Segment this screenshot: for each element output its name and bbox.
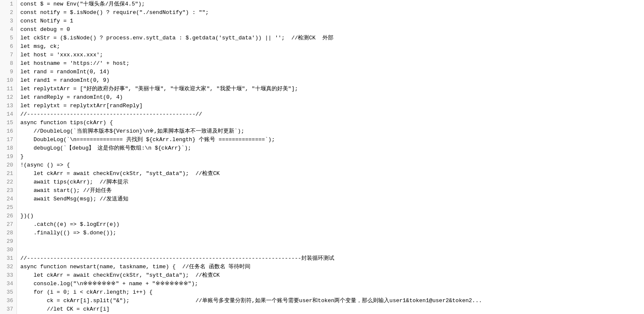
line-number: 30 — [0, 246, 17, 254]
code-line: //DoubleLog(`当前脚本版本${Version}\n※,如果脚本版本不… — [17, 127, 644, 136]
line-number: 22 — [0, 178, 17, 186]
line-number: 8 — [0, 59, 17, 68]
code-line: const notify = $.isNode() ? require("./s… — [17, 8, 644, 17]
code-line: //--------------------------------------… — [17, 254, 644, 263]
code-line — [17, 246, 644, 254]
line-number: 32 — [0, 263, 17, 271]
line-number: 19 — [0, 153, 17, 161]
line-number: 29 — [0, 237, 17, 246]
line-number: 10 — [0, 76, 17, 85]
code-line: async function tips(ckArr) { — [17, 119, 644, 127]
line-number: 9 — [0, 68, 17, 76]
code-line: await start(); //开始任务 — [17, 186, 644, 195]
line-number: 24 — [0, 195, 17, 203]
code-line: let ckArr = await checkEnv(ckStr, "sytt_… — [17, 170, 644, 178]
line-number: 37 — [0, 305, 17, 314]
code-line: let rand1 = randomInt(0, 9) — [17, 76, 644, 85]
code-line: console.log("\n※※※※※※※" + name + "※※※※※※… — [17, 280, 644, 288]
line-number: 20 — [0, 161, 17, 170]
line-number: 26 — [0, 212, 17, 220]
code-line: ck = ckArr[i].split("&"); //单账号多变量分割符,如果… — [17, 297, 644, 305]
code-line: //--------------------------------------… — [17, 110, 644, 119]
code-line: let rand = randomInt(0, 14) — [17, 68, 644, 76]
code-line: const Notify = 1 — [17, 17, 644, 25]
code-line: let host = 'xxx.xxx.xxx'; — [17, 51, 644, 59]
code-line: debugLog(`【debug】 这是你的账号数组:\n ${ckArr}`)… — [17, 144, 644, 153]
line-number: 16 — [0, 127, 17, 136]
code-line: let hostname = 'https://' + host; — [17, 59, 644, 68]
line-number: 14 — [0, 110, 17, 119]
line-number: 15 — [0, 119, 17, 127]
code-line — [17, 203, 644, 212]
line-number: 2 — [0, 8, 17, 17]
code-line: for (i = 0; i < ckArr.length; i++) { — [17, 288, 644, 297]
line-number: 36 — [0, 297, 17, 305]
code-line: } — [17, 153, 644, 161]
code-line: let msg, ck; — [17, 42, 644, 51]
line-number: 21 — [0, 170, 17, 178]
code-line: let replytxt = replytxtArr[randReply] — [17, 102, 644, 110]
code-line — [17, 237, 644, 246]
code-line: let replytxtArr = ["好的政府办好事", "美丽十堰", "十… — [17, 85, 644, 93]
line-number: 11 — [0, 85, 17, 93]
line-number: 3 — [0, 17, 17, 25]
line-number: 34 — [0, 280, 17, 288]
code-area: const $ = new Env("十堰头条/月低保4.5");const n… — [17, 0, 644, 314]
line-number: 6 — [0, 42, 17, 51]
code-line: let ckStr = ($.isNode() ? process.env.sy… — [17, 34, 644, 42]
line-number: 31 — [0, 254, 17, 263]
code-line: await tips(ckArr); //脚本提示 — [17, 178, 644, 186]
line-number: 18 — [0, 144, 17, 153]
code-editor: 1234567891011121314151617181920212223242… — [0, 0, 644, 314]
line-number: 28 — [0, 229, 17, 237]
line-number: 35 — [0, 288, 17, 297]
line-number: 5 — [0, 34, 17, 42]
line-number: 13 — [0, 102, 17, 110]
line-number: 4 — [0, 25, 17, 34]
code-line: !(async () => { — [17, 161, 644, 170]
code-line: //let CK = ckArr[i] — [17, 305, 644, 314]
line-number: 12 — [0, 93, 17, 102]
line-number: 27 — [0, 220, 17, 229]
code-line: DoubleLog(`\n============== 共找到 ${ckArr.… — [17, 136, 644, 144]
code-line: await SendMsg(msg); //发送通知 — [17, 195, 644, 203]
line-number: 1 — [0, 0, 17, 8]
line-number: 17 — [0, 136, 17, 144]
code-line: let randReply = randomInt(0, 4) — [17, 93, 644, 102]
code-line: async function newstart(name, taskname, … — [17, 263, 644, 271]
code-line: })() — [17, 212, 644, 220]
code-line: let ckArr = await checkEnv(ckStr, "sytt_… — [17, 271, 644, 280]
code-line: .finally(() => $.done()); — [17, 229, 644, 237]
line-number: 25 — [0, 203, 17, 212]
line-number: 7 — [0, 51, 17, 59]
code-line: .catch((e) => $.logErr(e)) — [17, 220, 644, 229]
line-number: 23 — [0, 186, 17, 195]
code-line: const $ = new Env("十堰头条/月低保4.5"); — [17, 0, 644, 8]
line-number: 33 — [0, 271, 17, 280]
code-line: const debug = 0 — [17, 25, 644, 34]
line-number-gutter: 1234567891011121314151617181920212223242… — [0, 0, 17, 314]
